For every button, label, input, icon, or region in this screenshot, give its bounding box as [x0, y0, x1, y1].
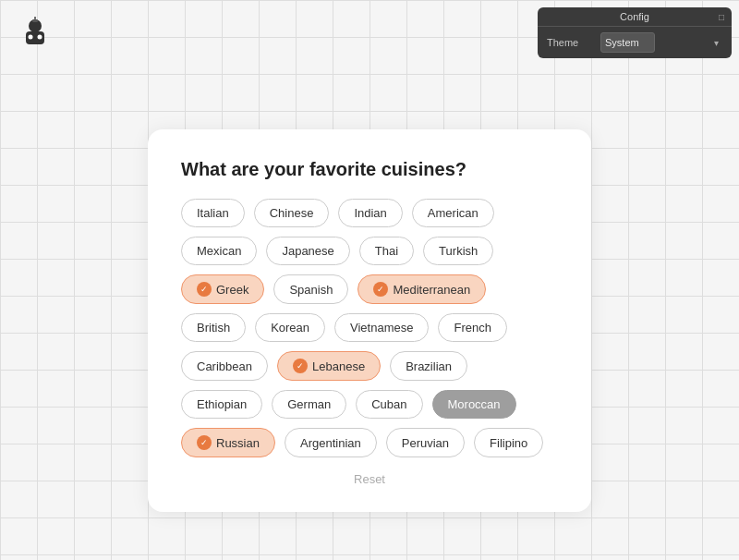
chips-container: ItalianChineseIndianAmericanMexicanJapan… [181, 199, 558, 457]
robot-logo [18, 17, 52, 50]
chip-label: Chinese [270, 206, 314, 220]
chip-label: British [197, 321, 230, 335]
chip-label: Italian [197, 206, 229, 220]
chip-label: French [454, 321, 491, 335]
cuisine-chip-argentinian[interactable]: Argentinian [285, 428, 377, 457]
cuisine-chip-american[interactable]: American [412, 199, 494, 227]
chip-label: Brazilian [406, 359, 452, 373]
cuisine-chip-russian[interactable]: ✓Russian [181, 428, 275, 457]
config-title: Config [620, 11, 649, 22]
check-icon: ✓ [197, 435, 212, 450]
cuisine-chip-peruvian[interactable]: Peruvian [386, 428, 465, 457]
check-icon: ✓ [197, 282, 212, 297]
cuisine-chip-mexican[interactable]: Mexican [181, 237, 257, 265]
cuisine-chip-brazilian[interactable]: Brazilian [390, 351, 467, 381]
cuisine-chip-japanese[interactable]: Japanese [266, 237, 349, 265]
chip-label: Japanese [282, 244, 333, 258]
chip-label: American [428, 206, 479, 220]
cuisine-chip-thai[interactable]: Thai [359, 237, 414, 265]
chip-label: Cuban [371, 397, 406, 411]
cuisine-chip-turkish[interactable]: Turkish [423, 237, 493, 265]
reset-button[interactable]: Reset [181, 472, 558, 486]
cuisine-chip-korean[interactable]: Korean [255, 313, 325, 342]
chip-label: Greek [216, 283, 248, 297]
config-theme-select-wrap: System Light Dark [600, 32, 722, 53]
cuisine-chip-vietnamese[interactable]: Vietnamese [334, 313, 429, 342]
config-theme-row: Theme System Light Dark [538, 27, 732, 58]
cuisine-chip-indian[interactable]: Indian [338, 199, 402, 227]
chip-label: Ethiopian [197, 397, 247, 411]
question-title: What are your favorite cuisines? [181, 159, 558, 180]
config-theme-select[interactable]: System Light Dark [600, 32, 655, 53]
chip-label: Moroccan [448, 397, 501, 411]
cuisine-chip-british[interactable]: British [181, 313, 246, 342]
chip-label: Argentinian [300, 436, 361, 450]
config-close-icon[interactable]: □ [719, 12, 724, 22]
chip-label: German [287, 397, 331, 411]
cuisine-chip-french[interactable]: French [438, 313, 506, 342]
check-icon: ✓ [293, 359, 308, 373]
chip-label: Mexican [197, 244, 241, 258]
cuisine-chip-filipino[interactable]: Filipino [474, 428, 543, 457]
cuisine-chip-spanish[interactable]: Spanish [273, 274, 348, 304]
chip-label: Vietnamese [350, 321, 413, 335]
cuisine-chip-caribbean[interactable]: Caribbean [181, 351, 268, 381]
chip-label: Russian [216, 436, 260, 450]
cuisine-chip-mediterranean[interactable]: ✓Mediterranean [357, 274, 486, 304]
config-panel: Config □ Theme System Light Dark [538, 7, 732, 58]
chip-label: Lebanese [312, 359, 365, 373]
check-icon: ✓ [373, 282, 388, 297]
chip-label: Indian [354, 206, 386, 220]
svg-point-6 [34, 17, 36, 18]
cuisine-chip-lebanese[interactable]: ✓Lebanese [277, 351, 381, 381]
cuisine-chip-cuban[interactable]: Cuban [356, 390, 422, 419]
main-card: What are your favorite cuisines? Italian… [148, 129, 591, 512]
cuisine-chip-italian[interactable]: Italian [181, 199, 245, 227]
cuisine-chip-chinese[interactable]: Chinese [254, 199, 330, 227]
chip-label: Korean [271, 321, 309, 335]
svg-rect-4 [32, 19, 38, 22]
cuisine-chip-greek[interactable]: ✓Greek [181, 274, 264, 304]
chip-label: Turkish [439, 244, 478, 258]
cuisine-chip-moroccan[interactable]: Moroccan [432, 390, 516, 419]
svg-point-2 [29, 35, 33, 40]
chip-label: Caribbean [197, 359, 252, 373]
cuisine-chip-german[interactable]: German [272, 390, 346, 419]
cuisine-chip-ethiopian[interactable]: Ethiopian [181, 390, 262, 419]
chip-label: Filipino [490, 436, 527, 450]
chip-label: Thai [375, 244, 398, 258]
config-titlebar: Config □ [538, 7, 732, 27]
svg-point-3 [38, 35, 42, 40]
chip-label: Spanish [289, 283, 333, 297]
chip-label: Peruvian [402, 436, 449, 450]
config-theme-label: Theme [547, 37, 593, 48]
chip-label: Mediterranean [393, 283, 470, 297]
